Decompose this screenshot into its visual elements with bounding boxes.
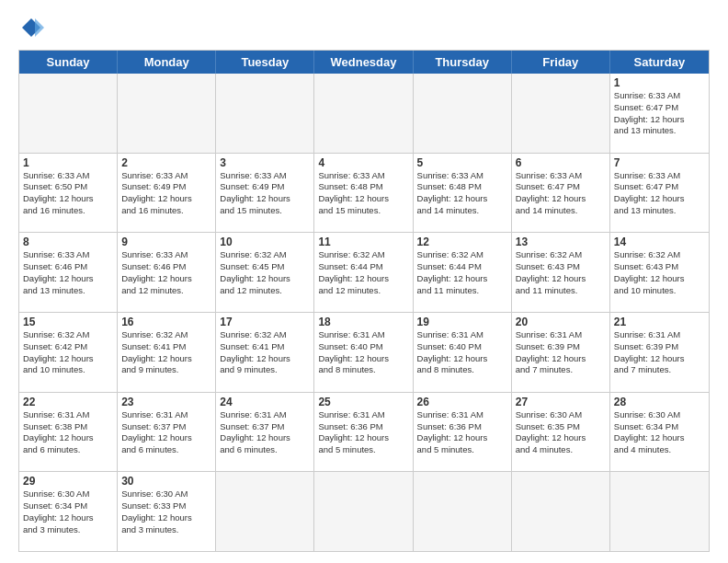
day-number: 5	[417, 156, 507, 169]
day-number: 8	[23, 236, 113, 248]
day-number: 7	[614, 156, 705, 169]
cell-line-4: and 9 minutes.	[121, 364, 211, 376]
cell-line-2: Sunset: 6:46 PM	[121, 261, 211, 273]
calendar-cell	[610, 472, 709, 551]
calendar-cell: 19Sunrise: 6:31 AMSunset: 6:40 PMDayligh…	[414, 313, 512, 392]
cell-line-3: Daylight: 12 hours	[23, 273, 113, 285]
header-day-tuesday: Tuesday	[216, 51, 314, 74]
cell-line-3: Daylight: 12 hours	[516, 353, 606, 365]
cell-line-3: Daylight: 12 hours	[121, 512, 211, 524]
calendar-cell: 20Sunrise: 6:31 AMSunset: 6:39 PMDayligh…	[512, 313, 610, 392]
cell-line-4: and 15 minutes.	[220, 205, 310, 217]
day-number: 14	[614, 236, 705, 248]
cell-line-1: Sunrise: 6:31 AM	[417, 409, 507, 421]
day-number: 23	[121, 396, 211, 408]
day-number: 9	[121, 236, 211, 248]
calendar-cell: 23Sunrise: 6:31 AMSunset: 6:37 PMDayligh…	[118, 393, 216, 472]
cell-line-2: Sunset: 6:44 PM	[417, 261, 507, 273]
cell-line-1: Sunrise: 6:31 AM	[417, 329, 507, 341]
cell-line-1: Sunrise: 6:30 AM	[516, 409, 606, 421]
cell-line-2: Sunset: 6:33 PM	[121, 500, 211, 512]
day-number: 28	[614, 396, 705, 408]
cell-line-2: Sunset: 6:46 PM	[23, 261, 113, 273]
cell-line-4: and 11 minutes.	[516, 285, 606, 297]
day-number: 30	[121, 475, 211, 488]
cell-line-3: Daylight: 12 hours	[516, 432, 606, 444]
day-number: 29	[23, 475, 113, 488]
day-number: 4	[318, 156, 408, 169]
cell-line-3: Daylight: 12 hours	[121, 353, 211, 365]
cell-line-2: Sunset: 6:48 PM	[417, 181, 507, 193]
day-number: 11	[318, 236, 408, 248]
cell-line-4: and 8 minutes.	[318, 364, 408, 376]
cell-line-3: Daylight: 12 hours	[417, 273, 507, 285]
day-number: 24	[220, 396, 310, 408]
cell-line-1: Sunrise: 6:33 AM	[516, 170, 606, 182]
cell-line-2: Sunset: 6:41 PM	[220, 341, 310, 353]
cell-line-4: and 5 minutes.	[318, 444, 408, 456]
calendar-cell	[414, 472, 512, 551]
calendar-week-2: 1Sunrise: 6:33 AMSunset: 6:50 PMDaylight…	[19, 153, 709, 233]
cell-line-4: and 4 minutes.	[516, 444, 606, 456]
cell-line-4: and 7 minutes.	[516, 364, 606, 376]
calendar-cell	[414, 74, 512, 153]
calendar-week-1: 1Sunrise: 6:33 AMSunset: 6:47 PMDaylight…	[19, 74, 709, 153]
calendar-cell: 22Sunrise: 6:31 AMSunset: 6:38 PMDayligh…	[19, 393, 118, 472]
cell-line-2: Sunset: 6:40 PM	[318, 341, 408, 353]
cell-line-3: Daylight: 12 hours	[614, 114, 705, 126]
cell-line-4: and 8 minutes.	[417, 364, 507, 376]
cell-line-3: Daylight: 12 hours	[121, 273, 211, 285]
cell-line-3: Daylight: 12 hours	[417, 432, 507, 444]
cell-line-4: and 10 minutes.	[614, 285, 705, 297]
calendar-cell	[314, 472, 413, 551]
day-number: 12	[417, 236, 507, 248]
cell-line-3: Daylight: 12 hours	[516, 273, 606, 285]
cell-line-2: Sunset: 6:34 PM	[614, 421, 705, 433]
calendar-cell: 14Sunrise: 6:32 AMSunset: 6:43 PMDayligh…	[610, 233, 709, 312]
calendar-cell: 21Sunrise: 6:31 AMSunset: 6:39 PMDayligh…	[610, 313, 709, 392]
cell-line-1: Sunrise: 6:32 AM	[318, 249, 408, 261]
cell-line-1: Sunrise: 6:30 AM	[614, 409, 705, 421]
day-number: 19	[417, 316, 507, 328]
cell-line-2: Sunset: 6:36 PM	[318, 421, 408, 433]
cell-line-3: Daylight: 12 hours	[614, 273, 705, 285]
day-number: 17	[220, 316, 310, 328]
day-number: 2	[121, 156, 211, 169]
calendar-cell: 1Sunrise: 6:33 AMSunset: 6:47 PMDaylight…	[610, 74, 709, 153]
cell-line-4: and 9 minutes.	[220, 364, 310, 376]
header-day-monday: Monday	[118, 51, 216, 74]
calendar-cell: 26Sunrise: 6:31 AMSunset: 6:36 PMDayligh…	[414, 393, 512, 472]
cell-line-4: and 5 minutes.	[417, 444, 507, 456]
calendar-header: SundayMondayTuesdayWednesdayThursdayFrid…	[19, 51, 709, 74]
cell-line-2: Sunset: 6:49 PM	[121, 181, 211, 193]
cell-line-3: Daylight: 12 hours	[614, 353, 705, 365]
cell-line-2: Sunset: 6:39 PM	[614, 341, 705, 353]
calendar-week-4: 15Sunrise: 6:32 AMSunset: 6:42 PMDayligh…	[19, 312, 709, 392]
cell-line-1: Sunrise: 6:32 AM	[23, 329, 113, 341]
day-number: 16	[121, 316, 211, 328]
cell-line-4: and 6 minutes.	[220, 444, 310, 456]
svg-marker-1	[35, 18, 44, 37]
logo-icon	[18, 15, 44, 40]
calendar-cell: 30Sunrise: 6:30 AMSunset: 6:33 PMDayligh…	[118, 472, 216, 551]
cell-line-3: Daylight: 12 hours	[220, 273, 310, 285]
page: SundayMondayTuesdayWednesdayThursdayFrid…	[0, 0, 728, 563]
cell-line-4: and 16 minutes.	[121, 205, 211, 217]
calendar-cell: 8Sunrise: 6:33 AMSunset: 6:46 PMDaylight…	[19, 233, 118, 312]
day-number: 15	[23, 316, 113, 328]
day-number: 3	[220, 156, 310, 169]
cell-line-3: Daylight: 12 hours	[318, 273, 408, 285]
day-number: 22	[23, 396, 113, 408]
cell-line-1: Sunrise: 6:31 AM	[516, 329, 606, 341]
calendar-cell: 16Sunrise: 6:32 AMSunset: 6:41 PMDayligh…	[118, 313, 216, 392]
calendar-cell	[314, 74, 413, 153]
calendar-cell: 17Sunrise: 6:32 AMSunset: 6:41 PMDayligh…	[216, 313, 314, 392]
cell-line-2: Sunset: 6:41 PM	[121, 341, 211, 353]
calendar-cell: 3Sunrise: 6:33 AMSunset: 6:49 PMDaylight…	[216, 154, 314, 233]
header-day-saturday: Saturday	[610, 51, 709, 74]
calendar-cell	[512, 472, 610, 551]
calendar: SundayMondayTuesdayWednesdayThursdayFrid…	[18, 50, 710, 552]
cell-line-4: and 12 minutes.	[121, 285, 211, 297]
cell-line-1: Sunrise: 6:33 AM	[23, 249, 113, 261]
cell-line-2: Sunset: 6:37 PM	[220, 421, 310, 433]
